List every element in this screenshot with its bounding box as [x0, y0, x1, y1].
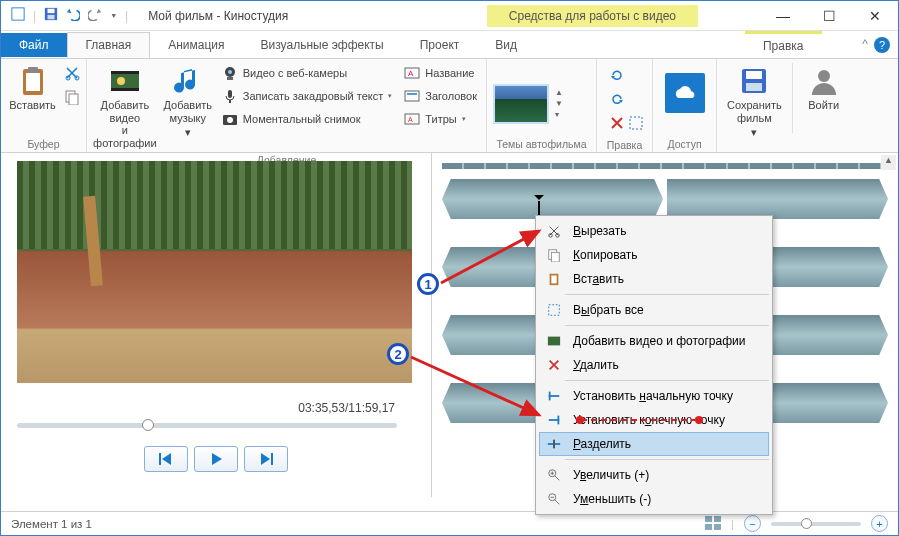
svg-text:A: A	[408, 69, 414, 78]
svg-rect-17	[227, 77, 233, 80]
svg-point-16	[228, 70, 232, 74]
theme-nav-down[interactable]: ▼	[555, 99, 563, 108]
maximize-button[interactable]: ☐	[806, 1, 852, 31]
arrow-1	[437, 225, 547, 287]
svg-rect-28	[630, 117, 642, 129]
seek-handle[interactable]	[142, 419, 154, 431]
svg-rect-41	[549, 305, 560, 316]
theme-expand[interactable]: ▾	[555, 110, 563, 119]
qat-placeholder-icon[interactable]	[11, 7, 25, 24]
timeline-clip[interactable]	[442, 179, 663, 219]
copy-icon[interactable]	[64, 89, 80, 107]
tab-view[interactable]: Вид	[477, 33, 535, 57]
timecode: 03:35,53/11:59,17	[17, 401, 415, 415]
callout-2: 2	[387, 343, 409, 365]
tab-project[interactable]: Проект	[402, 33, 478, 57]
tab-home[interactable]: Главная	[67, 32, 151, 58]
add-video-button[interactable]: Добавить видео и фотографии	[93, 63, 157, 152]
login-button[interactable]: Войти	[799, 63, 849, 114]
theme-thumb[interactable]	[493, 84, 549, 124]
svg-rect-42	[548, 337, 560, 346]
svg-rect-5	[26, 73, 40, 91]
svg-rect-33	[159, 453, 161, 465]
zoom-out-button[interactable]: −	[744, 515, 761, 532]
svg-rect-12	[111, 71, 139, 74]
zoom-handle[interactable]	[801, 518, 812, 529]
header-button[interactable]: Заголовок	[401, 86, 480, 106]
svg-rect-34	[271, 453, 273, 465]
status-text: Элемент 1 из 1	[11, 518, 92, 530]
captions-button[interactable]: AТитры▾	[401, 109, 480, 129]
zoom-in-button[interactable]: +	[871, 515, 888, 532]
svg-rect-6	[28, 67, 38, 73]
timeline-clip[interactable]	[667, 179, 888, 219]
rotate-left-icon[interactable]	[609, 67, 625, 85]
rotate-right-icon[interactable]	[609, 91, 625, 109]
ctx-add-media[interactable]: Добавить видео и фотографии	[539, 329, 769, 353]
svg-rect-10	[69, 94, 78, 105]
play-button[interactable]	[194, 446, 238, 472]
svg-point-32	[818, 70, 830, 82]
ctx-zoom-out[interactable]: Уменьшить (-)	[539, 487, 769, 511]
onedrive-button[interactable]	[665, 73, 705, 113]
add-music-button[interactable]: Добавить музыку ▾	[163, 63, 213, 141]
clip-strip	[442, 163, 888, 169]
video-tools-tab-header: Средства для работы с видео	[487, 5, 698, 27]
red-dash	[581, 419, 697, 421]
svg-rect-3	[48, 15, 55, 19]
svg-point-14	[117, 77, 125, 85]
undo-icon[interactable]	[66, 7, 80, 24]
svg-rect-19	[229, 100, 231, 103]
zoom-slider[interactable]	[771, 522, 861, 526]
prev-frame-button[interactable]	[144, 446, 188, 472]
title-button[interactable]: AНазвание	[401, 63, 480, 83]
ctx-split[interactable]: Разделить	[539, 432, 769, 456]
paste-button[interactable]: Вставить	[7, 63, 58, 114]
next-frame-button[interactable]	[244, 446, 288, 472]
ctx-delete[interactable]: Удалить	[539, 353, 769, 377]
svg-rect-47	[548, 443, 553, 445]
save-icon[interactable]	[44, 7, 58, 24]
svg-rect-57	[714, 524, 721, 530]
voiceover-button[interactable]: Записать закадровый текст▾	[219, 86, 396, 106]
help-icon[interactable]: ?	[874, 37, 890, 53]
minimize-button[interactable]: —	[760, 1, 806, 31]
svg-rect-44	[549, 392, 551, 401]
svg-line-53	[411, 357, 539, 415]
svg-rect-25	[407, 93, 417, 95]
cut-icon[interactable]	[64, 65, 80, 83]
video-preview	[17, 161, 412, 383]
svg-rect-38	[551, 252, 559, 262]
svg-rect-49	[553, 440, 555, 449]
tab-effects[interactable]: Визуальные эффекты	[243, 33, 402, 57]
ctx-zoom-in[interactable]: Увеличить (+)	[539, 463, 769, 487]
seek-bar[interactable]	[17, 423, 397, 428]
svg-rect-18	[228, 90, 232, 98]
svg-rect-2	[48, 9, 55, 13]
delete-icon[interactable]	[609, 115, 625, 133]
arrow-2	[407, 353, 547, 423]
group-access: Доступ	[659, 138, 710, 150]
thumb-view-icon[interactable]	[705, 516, 721, 532]
svg-rect-48	[555, 443, 560, 445]
ctx-select-all[interactable]: Выбрать все	[539, 298, 769, 322]
ctx-paste[interactable]: Вставить	[539, 267, 769, 291]
tab-edit[interactable]: Правка	[745, 31, 822, 58]
scroll-up-icon[interactable]: ▲	[881, 155, 896, 170]
svg-rect-24	[405, 91, 419, 101]
snapshot-button[interactable]: Моментальный снимок	[219, 109, 396, 129]
collapse-ribbon-icon[interactable]: ^	[862, 37, 868, 53]
tab-file[interactable]: Файл	[1, 33, 67, 57]
theme-nav-up[interactable]: ▲	[555, 88, 563, 97]
select-all-icon[interactable]	[628, 115, 644, 133]
svg-point-21	[227, 117, 233, 123]
ctx-cut[interactable]: Вырезать	[539, 219, 769, 243]
tab-animation[interactable]: Анимация	[150, 33, 242, 57]
webcam-button[interactable]: Видео с веб-камеры	[219, 63, 396, 83]
svg-line-52	[441, 231, 539, 283]
save-film-button[interactable]: Сохранить фильм ▾	[723, 63, 786, 141]
ctx-set-start[interactable]: Установить начальную точку	[539, 384, 769, 408]
close-button[interactable]: ✕	[852, 1, 898, 31]
ctx-copy[interactable]: Копировать	[539, 243, 769, 267]
redo-icon[interactable]	[88, 7, 102, 24]
